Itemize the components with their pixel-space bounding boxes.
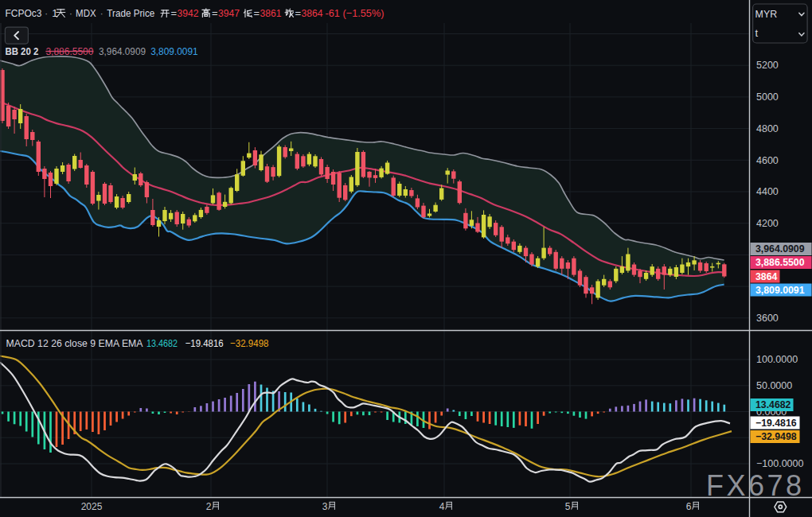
svg-text:3,809.0091: 3,809.0091 bbox=[150, 45, 198, 57]
svg-text:3: 3 bbox=[322, 501, 328, 512]
svg-text:=: = bbox=[295, 7, 302, 19]
svg-text:t: t bbox=[755, 27, 759, 39]
svg-text:FX678: FX678 bbox=[706, 469, 805, 502]
svg-text:4200: 4200 bbox=[756, 218, 779, 229]
svg-text:13.4682: 13.4682 bbox=[146, 337, 178, 349]
svg-text:MDX: MDX bbox=[76, 7, 96, 19]
svg-text:5200: 5200 bbox=[756, 60, 779, 71]
svg-text:MACD 12 26 close 9 EMA EMA: MACD 12 26 close 9 EMA EMA bbox=[6, 337, 143, 349]
svg-text:3864: 3864 bbox=[302, 7, 323, 19]
svg-text:−19.4816: −19.4816 bbox=[755, 418, 797, 429]
svg-text:-61 (−1.55%): -61 (−1.55%) bbox=[326, 7, 385, 19]
svg-text:2: 2 bbox=[206, 501, 212, 512]
svg-text:5: 5 bbox=[565, 501, 571, 512]
svg-text:3864: 3864 bbox=[755, 271, 778, 282]
svg-text:100.0000: 100.0000 bbox=[756, 354, 798, 365]
svg-text:−100.0000: −100.0000 bbox=[756, 458, 803, 469]
svg-text:·: · bbox=[45, 7, 48, 19]
svg-text:4400: 4400 bbox=[756, 186, 779, 197]
svg-text:3,809.0091: 3,809.0091 bbox=[755, 285, 805, 296]
svg-text:·: · bbox=[100, 7, 103, 19]
svg-text:MYR: MYR bbox=[755, 8, 778, 20]
svg-text:=: = bbox=[254, 7, 260, 19]
svg-text:13.4682: 13.4682 bbox=[755, 399, 791, 410]
svg-text:4600: 4600 bbox=[756, 155, 779, 166]
svg-text:=: = bbox=[212, 7, 218, 19]
svg-text:50.0000: 50.0000 bbox=[756, 380, 792, 391]
svg-text:4800: 4800 bbox=[756, 123, 779, 134]
svg-text:FCPOc3: FCPOc3 bbox=[5, 7, 41, 19]
svg-text:Trade Price: Trade Price bbox=[107, 7, 154, 19]
svg-text:4: 4 bbox=[439, 501, 445, 512]
svg-text:·: · bbox=[69, 7, 72, 19]
svg-text:3942: 3942 bbox=[178, 7, 199, 19]
svg-text:3,886.5500: 3,886.5500 bbox=[755, 257, 805, 268]
svg-text:3600: 3600 bbox=[756, 313, 779, 324]
svg-text:3947: 3947 bbox=[218, 7, 240, 19]
svg-text:3,886.5500: 3,886.5500 bbox=[45, 45, 93, 57]
svg-text:−19.4816: −19.4816 bbox=[185, 337, 224, 349]
svg-text:−32.9498: −32.9498 bbox=[755, 431, 797, 442]
svg-text:−32.9498: −32.9498 bbox=[230, 337, 269, 349]
svg-text:3,964.0909: 3,964.0909 bbox=[755, 243, 805, 255]
svg-text:=: = bbox=[171, 7, 178, 19]
svg-text:3861: 3861 bbox=[260, 7, 282, 19]
svg-text:3,964.0909: 3,964.0909 bbox=[99, 45, 146, 57]
svg-text:5000: 5000 bbox=[756, 91, 779, 103]
svg-text:6: 6 bbox=[686, 501, 692, 512]
svg-text:BB 20 2: BB 20 2 bbox=[5, 45, 38, 57]
svg-text:2025: 2025 bbox=[81, 501, 103, 512]
